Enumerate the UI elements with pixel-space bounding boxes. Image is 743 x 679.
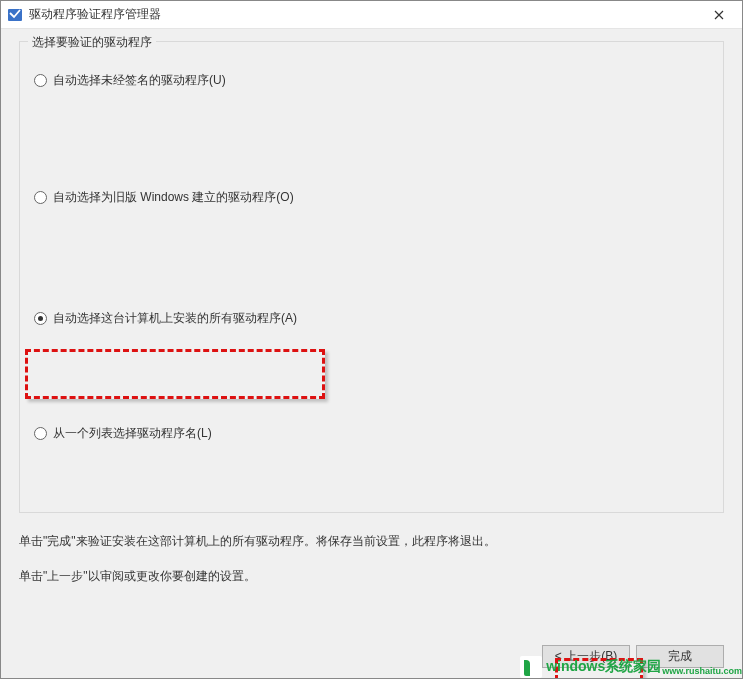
radio-icon <box>34 191 47 204</box>
driver-select-group: 选择要验证的驱动程序 自动选择未经签名的驱动程序(U) 自动选择为旧版 Wind… <box>19 41 724 513</box>
window-title: 驱动程序验证程序管理器 <box>29 6 702 23</box>
radio-label: 自动选择未经签名的驱动程序(U) <box>53 72 226 89</box>
radio-icon <box>34 312 47 325</box>
radio-icon <box>34 74 47 87</box>
content-area: 选择要验证的驱动程序 自动选择未经签名的驱动程序(U) 自动选择为旧版 Wind… <box>1 29 742 678</box>
watermark-logo-icon <box>520 656 542 678</box>
radio-label: 自动选择这台计算机上安装的所有驱动程序(A) <box>53 310 297 327</box>
titlebar: 驱动程序验证程序管理器 <box>1 1 742 29</box>
description-line-1: 单击"完成"来验证安装在这部计算机上的所有驱动程序。将保存当前设置，此程序将退出… <box>19 533 724 550</box>
radio-all-installed-drivers[interactable]: 自动选择这台计算机上安装的所有驱动程序(A) <box>34 308 709 329</box>
radio-label: 从一个列表选择驱动程序名(L) <box>53 425 212 442</box>
radio-select-from-list[interactable]: 从一个列表选择驱动程序名(L) <box>34 423 709 444</box>
radio-unsigned-drivers[interactable]: 自动选择未经签名的驱动程序(U) <box>34 70 709 91</box>
radio-icon <box>34 427 47 440</box>
radio-label: 自动选择为旧版 Windows 建立的驱动程序(O) <box>53 189 294 206</box>
finish-button[interactable]: 完成 <box>636 645 724 668</box>
description-line-2: 单击"上一步"以审阅或更改你要创建的设置。 <box>19 568 724 585</box>
group-legend: 选择要验证的驱动程序 <box>28 34 156 51</box>
back-button[interactable]: < 上一步(B) <box>542 645 630 668</box>
close-button[interactable] <box>702 4 736 26</box>
radio-old-windows-drivers[interactable]: 自动选择为旧版 Windows 建立的驱动程序(O) <box>34 187 709 208</box>
button-row: < 上一步(B) 完成 <box>542 645 724 668</box>
app-icon <box>7 7 23 23</box>
